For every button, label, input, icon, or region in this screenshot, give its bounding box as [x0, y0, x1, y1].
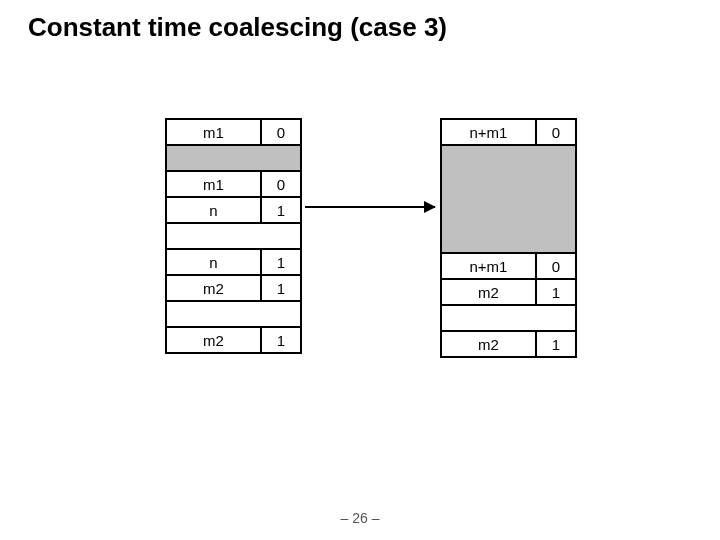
table-row — [166, 223, 301, 249]
cell-size: m1 — [166, 119, 261, 145]
table-row: m21 — [166, 327, 301, 353]
cell-bit: 0 — [261, 171, 301, 197]
table-row — [166, 301, 301, 327]
table-row: n1 — [166, 197, 301, 223]
table-row: m21 — [166, 275, 301, 301]
table-row: n1 — [166, 249, 301, 275]
cell-bit: 1 — [536, 331, 576, 357]
page-number: – 26 – — [0, 510, 720, 526]
cell-size: n — [166, 249, 261, 275]
cell-size: m2 — [441, 331, 536, 357]
table-row — [166, 145, 301, 171]
table-row — [441, 145, 576, 253]
table-row: m10 — [166, 119, 301, 145]
cell-size: n+m1 — [441, 119, 536, 145]
cell-bit: 1 — [261, 275, 301, 301]
cell-size: n+m1 — [441, 253, 536, 279]
page-title: Constant time coalescing (case 3) — [28, 12, 447, 43]
cell-bit: 0 — [536, 253, 576, 279]
cell-size: m2 — [441, 279, 536, 305]
table-row — [441, 305, 576, 331]
cell-bit: 1 — [261, 197, 301, 223]
arrow-icon — [305, 206, 435, 208]
cell-size: n — [166, 197, 261, 223]
cell-bit: 1 — [261, 249, 301, 275]
cell-bit: 0 — [261, 119, 301, 145]
cell-bit: 1 — [261, 327, 301, 353]
after-block: n+m10 n+m10 m21 m21 — [440, 118, 577, 358]
before-block: m10 m10 n1 n1 m21 m21 — [165, 118, 302, 354]
table-row: m10 — [166, 171, 301, 197]
table-row: n+m10 — [441, 119, 576, 145]
cell-size: m2 — [166, 275, 261, 301]
cell-size: m2 — [166, 327, 261, 353]
cell-bit: 1 — [536, 279, 576, 305]
table-row: n+m10 — [441, 253, 576, 279]
cell-bit: 0 — [536, 119, 576, 145]
cell-size: m1 — [166, 171, 261, 197]
table-row: m21 — [441, 279, 576, 305]
table-row: m21 — [441, 331, 576, 357]
